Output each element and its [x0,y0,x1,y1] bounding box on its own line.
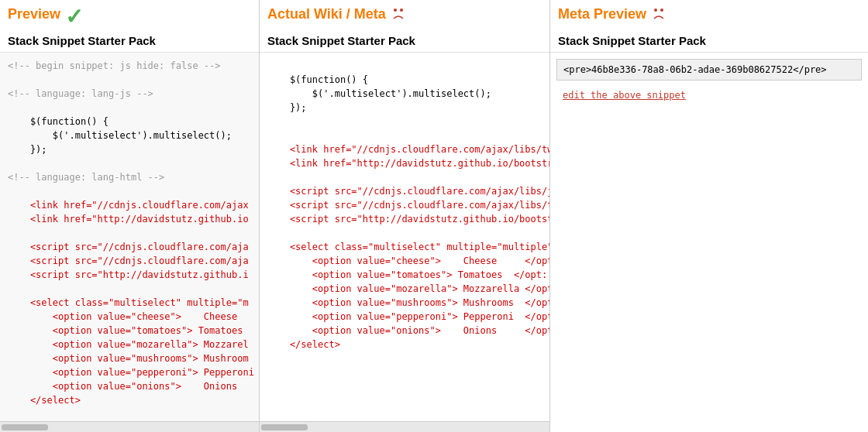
blank3 [8,156,251,170]
meta-pre-box: <pre>46b8e336-78a8-06b2-adae-369b0862752… [556,59,862,81]
preview-content[interactable]: <!-- begin snippet: js hide: false --> <… [0,52,259,421]
js-call: $('.multiselect').multiselect(); [8,129,251,142]
meta-pre-text: <pre>46b8e336-78a8-06b2-adae-369b0862752… [563,64,827,75]
svg-point-2 [654,9,657,12]
actual-snippet-title: Stack Snippet Starter Pack [260,33,549,52]
blank1 [8,73,251,87]
script-a1: <script src="//cdnjs.cloudflare.com/ajax… [267,184,542,198]
blank6 [8,282,251,296]
svg-point-3 [660,9,663,12]
actual-panel: Actual Wiki / Meta Stack Snippet Starter… [260,0,550,432]
script3: <script src="http://davidstutz.github.i [8,268,251,282]
blank4 [8,184,251,198]
blank-a3 [267,129,542,142]
code-comment-lang-js: <!-- language: lang-js --> [8,87,251,101]
blank5 [8,226,251,240]
option-a4: <option value="mushrooms"> Mushrooms </o… [267,296,542,310]
edit-snippet-link[interactable]: edit the above snippet [556,90,692,101]
option6: <option value="onions"> Onions [8,379,251,393]
select-close-a: </select> [267,338,542,351]
check-icon: ✓ [65,6,83,28]
option-a5: <option value="pepperoni"> Pepperoni </o… [267,310,542,324]
sad-face-icon-meta [651,6,674,23]
option4: <option value="mushrooms"> Mushroom [8,351,251,365]
option-a1: <option value="cheese"> Cheese </opt: [267,254,542,268]
select-open: <select class="multiselect" multiple="m [8,296,251,310]
preview-scrollbar[interactable] [0,421,259,432]
meta-snippet-title: Stack Snippet Starter Pack [550,33,868,52]
meta-panel: Meta Preview Stack Snippet Starter Pack … [550,0,868,432]
code-comment-begin: <!-- begin snippet: js hide: false --> [8,59,251,73]
blank2 [8,101,251,115]
preview-header: Preview ✓ [0,0,259,33]
preview-panel: Preview ✓ Stack Snippet Starter Pack <!-… [0,0,260,432]
option-a2: <option value="tomatoes"> Tomatoes </opt… [267,268,542,282]
option3: <option value="mozarella"> Mozzarel [8,338,251,351]
preview-label: Preview [8,6,60,22]
code-comment-lang-html: <!-- language: lang-html --> [8,170,251,184]
blank-a4 [267,170,542,184]
js-end: }); [8,142,251,156]
svg-point-1 [400,9,403,12]
option-a3: <option value="mozarella"> Mozzarella </… [267,282,542,296]
select-close: </select> [8,393,251,407]
script2: <script src="//cdnjs.cloudflare.com/aja [8,254,251,268]
actual-label: Actual Wiki / Meta [267,6,386,22]
script-a3: <script src="http://davidstutz.github.io… [267,212,542,226]
blank-a1 [267,59,542,73]
actual-scrollbar-thumb[interactable] [261,424,308,430]
js-end-a: }); [267,101,542,115]
meta-edit-area: edit the above snippet [550,87,868,104]
actual-scrollbar[interactable] [260,421,549,432]
select-open-a: <select class="multiselect" multiple="mu… [267,240,542,254]
option-a6: <option value="onions"> Onions </opt: [267,324,542,338]
meta-content: <pre>46b8e336-78a8-06b2-adae-369b0862752… [550,52,868,432]
js-call-a: $('.multiselect').multiselect(); [267,87,542,101]
blank-a5 [267,226,542,240]
preview-snippet-title: Stack Snippet Starter Pack [0,33,259,52]
link2: <link href="http://davidstutz.github.io [8,212,251,226]
meta-label: Meta Preview [558,6,646,22]
link-a2: <link href="http://davidstutz.github.io/… [267,156,542,170]
actual-content[interactable]: $(function() { $('.multiselect').multise… [260,52,549,421]
link-a1: <link href="//cdnjs.cloudflare.com/ajax/… [267,142,542,156]
script1: <script src="//cdnjs.cloudflare.com/aja [8,240,251,254]
blank-a2 [267,115,542,129]
actual-header: Actual Wiki / Meta [260,0,549,33]
option1: <option value="cheese"> Cheese [8,310,251,324]
js-func-a: $(function() { [267,73,542,87]
option2: <option value="tomatoes"> Tomatoes [8,324,251,338]
blank7 [8,407,251,421]
meta-header: Meta Preview [550,0,868,33]
js-func: $(function() { [8,115,251,129]
preview-scrollbar-thumb[interactable] [2,424,48,430]
svg-point-0 [394,9,397,12]
sad-face-icon [391,6,414,23]
option5: <option value="pepperoni"> Pepperoni [8,365,251,379]
link1: <link href="//cdnjs.cloudflare.com/ajax [8,198,251,212]
script-a2: <script src="//cdnjs.cloudflare.com/ajax… [267,198,542,212]
